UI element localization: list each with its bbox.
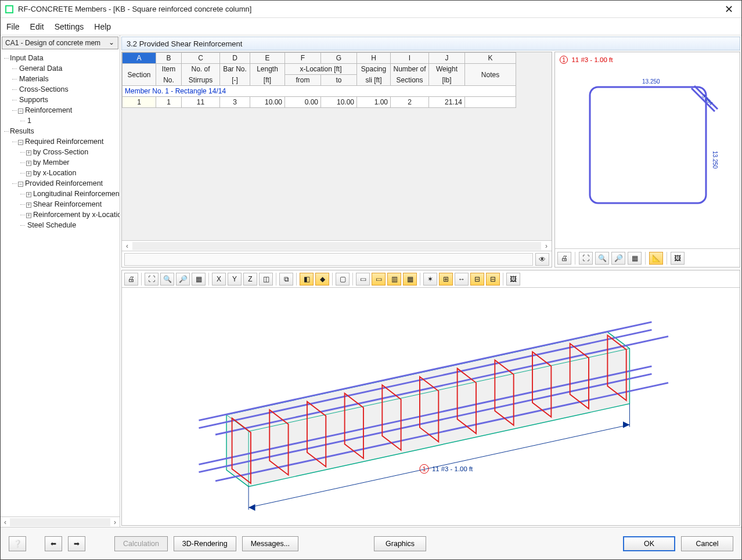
tree-required[interactable]: −Required Reinforcement +by Cross-Sectio… xyxy=(18,136,118,178)
dim-a-icon[interactable]: ⊞ xyxy=(439,273,453,286)
tree-by-x[interactable]: +by x-Location xyxy=(26,168,118,178)
col-A[interactable]: A xyxy=(123,53,156,64)
rendering-svg: 1 11 #3 - 1.00 ft xyxy=(122,288,740,525)
tree-by-cs[interactable]: +by Cross-Section xyxy=(26,147,118,157)
col-H[interactable]: H xyxy=(357,53,391,64)
zoom-icon[interactable]: 🔍 xyxy=(160,273,174,286)
tree-general-data[interactable]: General Data xyxy=(18,63,118,74)
close-icon[interactable]: ✕ xyxy=(721,3,737,16)
table-row[interactable]: 1 1 11 3 10.00 0.00 10.00 1.00 2 21.14 xyxy=(123,97,516,108)
rendering-panel: 🖨 ⛶ 🔍 🔎 ▦ X Y Z ◫ ⧉ ◧ ◆ ▢ ▭ ▭ ▥ ▦ xyxy=(121,270,740,526)
rendering-view[interactable]: 1 11 #3 - 1.00 ft // replicate stirrups xyxy=(122,288,740,525)
toggle-2-icon[interactable]: ◆ xyxy=(315,273,329,286)
zoom-extents-icon[interactable]: ⛶ xyxy=(579,252,593,265)
dimensions-icon[interactable]: 📐 xyxy=(649,252,663,265)
nav-prev-button[interactable]: ⬅ xyxy=(45,536,62,551)
cross-section-svg: 13.250 13.250 3.094 xyxy=(578,75,723,226)
col-F[interactable]: F xyxy=(285,53,321,64)
rendering-button[interactable]: 3D-Rendering xyxy=(174,536,236,551)
hdr-section: Section xyxy=(123,64,156,86)
print-icon[interactable]: 🖨 xyxy=(124,273,138,286)
render-icon[interactable]: 🖼 xyxy=(506,273,520,286)
view-c-icon[interactable]: ▥ xyxy=(387,273,401,286)
hdr-barno: Bar No. xyxy=(220,64,250,75)
grid-hscroll[interactable]: ‹ › xyxy=(122,240,552,251)
dim-b-icon[interactable]: ↔ xyxy=(455,273,469,286)
tree-reinforcement[interactable]: −Reinforcement 1 xyxy=(18,105,118,126)
tree-steel-schedule[interactable]: Steel Schedule xyxy=(26,220,118,230)
menu-edit[interactable]: Edit xyxy=(30,22,44,31)
tree-supports[interactable]: Supports xyxy=(18,95,118,105)
menu-settings[interactable]: Settings xyxy=(55,22,84,31)
scroll-left-icon[interactable]: ‹ xyxy=(1,518,10,526)
case-selector[interactable]: CA1 - Design of concrete mem xyxy=(2,37,118,49)
toggle-1-icon[interactable]: ◧ xyxy=(300,273,314,286)
tree-materials[interactable]: Materials xyxy=(18,74,118,84)
eye-icon[interactable]: 👁 xyxy=(535,253,549,266)
tree-input-data[interactable]: Input Data General Data Materials Cross-… xyxy=(10,53,118,126)
tree-shear[interactable]: +Shear Reinforcement xyxy=(26,199,118,209)
window-title: RF-CONCRETE Members - [KB - Square reinf… xyxy=(18,5,721,13)
svg-marker-19 xyxy=(248,504,255,511)
view-x-icon[interactable]: X xyxy=(212,273,226,286)
view-y-icon[interactable]: Y xyxy=(228,273,242,286)
tree-longitudinal[interactable]: +Longitudinal Reinforcement xyxy=(26,189,118,199)
print-icon[interactable]: 🖨 xyxy=(557,252,571,265)
tree-reinforcement-1[interactable]: 1 xyxy=(26,115,118,126)
iso-icon[interactable]: ◫ xyxy=(259,273,273,286)
tree-reinf-by-x[interactable]: +Reinforcement by x-Location xyxy=(26,209,118,220)
navigation-tree: Input Data General Data Materials Cross-… xyxy=(1,50,120,516)
hdr-noof: No. of xyxy=(182,64,220,75)
col-J[interactable]: J xyxy=(429,53,465,64)
zoom-out-icon[interactable]: 🔎 xyxy=(176,273,190,286)
graphics-button[interactable]: Graphics xyxy=(374,536,426,551)
cross-section-panel: 1 11 #3 - 1.00 ft 13.250 13.250 3.094 � xyxy=(554,52,740,268)
member-row[interactable]: Member No. 1 - Rectangle 14/14 xyxy=(123,86,516,97)
grid-icon[interactable]: ▦ xyxy=(192,273,206,286)
cancel-button[interactable]: Cancel xyxy=(681,536,733,551)
scroll-right-icon[interactable]: › xyxy=(110,518,120,526)
grid-icon[interactable]: ▦ xyxy=(628,252,642,265)
col-D[interactable]: D xyxy=(220,53,250,64)
tree-cross-sections[interactable]: Cross-Sections xyxy=(18,84,118,95)
dim-c-icon[interactable]: ⊟ xyxy=(470,273,484,286)
calculation-button[interactable]: Calculation xyxy=(114,536,168,551)
tree-results[interactable]: Results −Required Reinforcement +by Cros… xyxy=(10,126,118,230)
col-B[interactable]: B xyxy=(156,53,182,64)
hdr-xloc: x-Location [ft] xyxy=(285,64,357,75)
tree-provided[interactable]: −Provided Reinforcement +Longitudinal Re… xyxy=(18,178,118,230)
help-button[interactable]: ❔ xyxy=(9,536,26,551)
dim-d-icon[interactable]: ⊟ xyxy=(486,273,500,286)
view-b-icon[interactable]: ▭ xyxy=(372,273,386,286)
view-a-icon[interactable]: ▭ xyxy=(356,273,370,286)
view-z-icon[interactable]: Z xyxy=(243,273,257,286)
zoom-extents-icon[interactable]: ⛶ xyxy=(145,273,159,286)
nav-next-button[interactable]: ➡ xyxy=(68,536,85,551)
scroll-left-icon[interactable]: ‹ xyxy=(122,242,132,250)
menu-help[interactable]: Help xyxy=(94,22,111,31)
ok-button[interactable]: OK xyxy=(623,536,675,551)
render-mode-icon[interactable]: 🖼 xyxy=(671,252,685,265)
menu-file[interactable]: File xyxy=(6,22,20,31)
view-d-icon[interactable]: ▦ xyxy=(403,273,417,286)
hdr-spacing: Spacing xyxy=(357,64,391,75)
wire-icon[interactable]: ▢ xyxy=(336,273,350,286)
col-K[interactable]: K xyxy=(465,53,516,64)
zoom-out-icon[interactable]: 🔎 xyxy=(611,252,625,265)
sidebar-hscroll[interactable]: ‹ › xyxy=(1,516,120,527)
cross-section-toolbar: 🖨 ⛶ 🔍 🔎 ▦ 📐 🖼 xyxy=(555,248,740,267)
col-C[interactable]: C xyxy=(182,53,220,64)
messages-button[interactable]: Messages... xyxy=(242,536,298,551)
tree-by-member[interactable]: +by Member xyxy=(26,157,118,168)
svg-text:13.250: 13.250 xyxy=(642,78,660,85)
zoom-icon[interactable]: 🔍 xyxy=(595,252,609,265)
col-G[interactable]: G xyxy=(321,53,357,64)
col-E[interactable]: E xyxy=(250,53,285,64)
copy-icon[interactable]: ⧉ xyxy=(279,273,293,286)
rendering-toolbar: 🖨 ⛶ 🔍 🔎 ▦ X Y Z ◫ ⧉ ◧ ◆ ▢ ▭ ▭ ▥ ▦ xyxy=(122,270,740,288)
hdr-nsect: Number of xyxy=(391,64,429,75)
scroll-right-icon[interactable]: › xyxy=(541,242,552,250)
col-I[interactable]: I xyxy=(391,53,429,64)
cross-section-view[interactable]: 1 11 #3 - 1.00 ft 13.250 13.250 3.094 xyxy=(555,52,740,248)
axes-icon[interactable]: ✶ xyxy=(423,273,437,286)
